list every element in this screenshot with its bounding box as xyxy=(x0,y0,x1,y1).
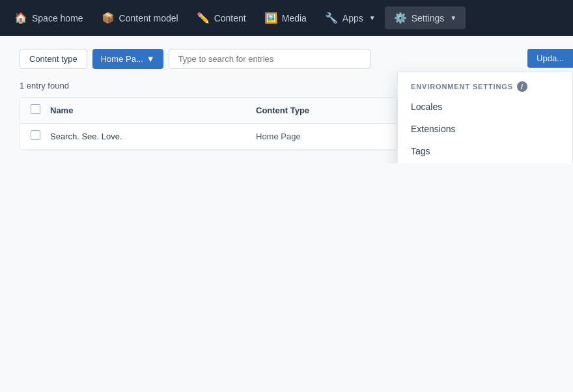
settings-icon: ⚙️ xyxy=(394,12,407,24)
dropdown-item-locales[interactable]: Locales xyxy=(398,96,572,118)
dropdown-item-extensions[interactable]: Extensions xyxy=(398,118,572,140)
environment-settings-header: ENVIRONMENT SETTINGS i xyxy=(398,72,572,96)
content-toolbar: Content type Home Pa... ▼ xyxy=(20,49,553,69)
nav-apps[interactable]: 🔧 Apps ▼ xyxy=(316,7,385,29)
nav-apps-label: Apps xyxy=(342,13,363,23)
nav-content-model[interactable]: 📦 Content model xyxy=(92,7,188,29)
entry-content-type: Home Page xyxy=(256,132,386,141)
home-pa-chevron-icon: ▼ xyxy=(147,54,155,64)
select-all-checkbox[interactable] xyxy=(31,104,40,114)
update-button[interactable]: Upda... xyxy=(527,49,573,68)
entry-name: Search. See. Love. xyxy=(50,132,256,141)
apps-icon: 🔧 xyxy=(325,12,338,24)
table-header: Name Content Type xyxy=(20,98,397,124)
nav-settings-label: Settings xyxy=(412,13,445,23)
nav-content-label: Content xyxy=(214,13,246,23)
dropdown-item-tags[interactable]: Tags xyxy=(398,140,572,162)
apps-chevron-icon: ▼ xyxy=(369,14,376,21)
table-row: Search. See. Love. Home Page xyxy=(20,124,397,150)
search-input[interactable] xyxy=(169,49,370,69)
content-type-button[interactable]: Content type xyxy=(20,49,87,69)
home-pa-button[interactable]: Home Pa... ▼ xyxy=(92,49,163,69)
main-content: Content type Home Pa... ▼ 1 entry found … xyxy=(0,36,573,163)
nav-space-home[interactable]: 🏠 Space home xyxy=(5,7,92,29)
nav-space-home-label: Space home xyxy=(32,13,83,23)
col-name-header: Name xyxy=(50,105,256,115)
settings-chevron-icon: ▼ xyxy=(450,14,456,21)
nav-media-label: Media xyxy=(282,13,307,23)
nav-media[interactable]: 🖼️ Media xyxy=(255,7,316,29)
nav-settings[interactable]: ⚙️ Settings ▼ xyxy=(385,7,466,29)
environment-info-icon[interactable]: i xyxy=(517,81,527,92)
nav-content-model-label: Content model xyxy=(119,13,178,23)
home-icon: 🏠 xyxy=(14,12,27,24)
settings-dropdown: ENVIRONMENT SETTINGS i Locales Extension… xyxy=(397,72,573,163)
home-pa-label: Home Pa... xyxy=(101,54,143,64)
row-checkbox[interactable] xyxy=(31,130,40,140)
content-icon: ✏️ xyxy=(197,12,210,24)
col-type-header: Content Type xyxy=(256,105,386,115)
top-navigation: 🏠 Space home 📦 Content model ✏️ Content … xyxy=(0,0,573,36)
entries-table: Name Content Type Search. See. Love. Hom… xyxy=(20,97,397,150)
content-model-icon: 📦 xyxy=(102,12,115,24)
nav-content[interactable]: ✏️ Content xyxy=(188,7,255,29)
media-icon: 🖼️ xyxy=(264,12,277,24)
